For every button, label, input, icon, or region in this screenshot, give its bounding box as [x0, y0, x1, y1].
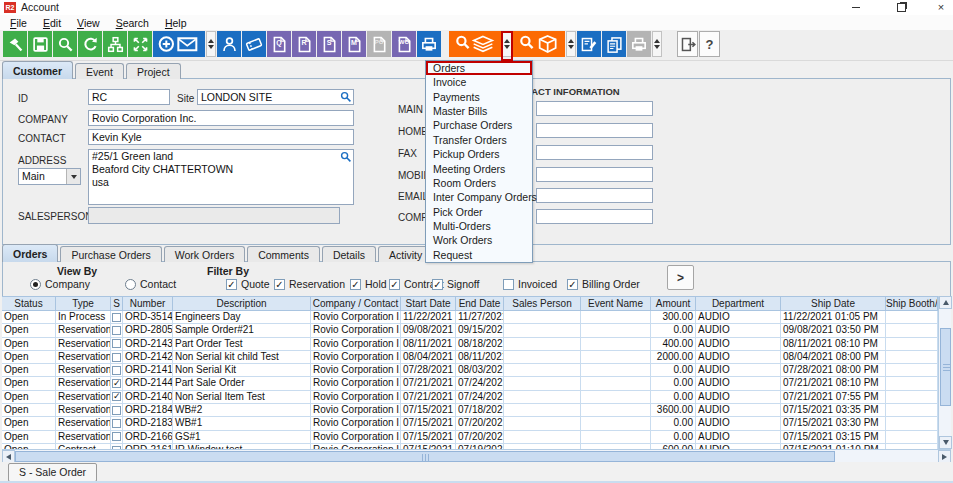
subtab-details[interactable]: Details [322, 246, 376, 262]
orders-menu-item-transfer-orders[interactable]: Transfer Orders [426, 133, 532, 147]
orders-menu-item-work-orders[interactable]: Work Orders [426, 233, 532, 247]
horizontal-scrollbar[interactable] [2, 449, 951, 462]
order-select-checkbox[interactable] [112, 339, 121, 348]
new-mail-split-button[interactable] [206, 31, 216, 57]
column-header-start-date[interactable]: Start Date [401, 297, 456, 311]
order-select-checkbox[interactable] [112, 419, 121, 428]
order-select-checkbox[interactable]: ✓ [112, 392, 121, 401]
orders-menu-item-orders[interactable]: Orders [426, 61, 532, 75]
address-type-combo[interactable]: Main [18, 168, 81, 185]
menu-file[interactable]: File [2, 17, 35, 29]
master-document-button[interactable]: M [342, 31, 366, 57]
order-row-ORD-2184[interactable]: OpenReservationORD-2184WB#2Rovio Corpora… [2, 404, 938, 417]
orders-menu-item-room-orders[interactable]: Room Orders [426, 176, 532, 190]
filter-checkbox-contract[interactable]: ✓ [389, 279, 400, 290]
search-products-button[interactable] [513, 31, 565, 57]
column-header-status[interactable]: Status [2, 297, 56, 311]
tab-event[interactable]: Event [75, 63, 124, 79]
refresh-button[interactable] [78, 31, 102, 57]
column-header-number[interactable]: Number [123, 297, 173, 311]
signoff-document-button[interactable]: S [317, 31, 341, 57]
print-button[interactable] [417, 31, 441, 57]
column-header-company-contact[interactable]: Company / Contact [311, 297, 401, 311]
minimize-button[interactable] [843, 0, 869, 15]
order-row-ORD-2144[interactable]: OpenReservation✓ORD-2144Part Sale OrderR… [2, 377, 938, 390]
order-row-ORD-2183[interactable]: OpenReservationORD-2183WB#1Rovio Corpora… [2, 417, 938, 430]
copy-button[interactable] [602, 31, 626, 57]
order-row-ORD-2143[interactable]: OpenReservationORD-2143Part Order TestRo… [2, 338, 938, 351]
site-search-icon[interactable] [340, 91, 352, 103]
address-field[interactable]: #25/1 Green landBeaford City CHATTERTOWN… [88, 149, 354, 205]
view-by-radio-contact[interactable] [125, 279, 136, 290]
ticket-button[interactable] [242, 31, 266, 57]
order-row-ORD-2142[interactable]: OpenReservationORD-2142Non Serial kit ch… [2, 351, 938, 364]
order-select-checkbox[interactable] [112, 353, 121, 362]
combo-arrow-button[interactable] [66, 169, 80, 184]
search-products-split-button[interactable] [566, 31, 576, 57]
order-select-checkbox[interactable] [112, 366, 121, 375]
maximize-button[interactable] [888, 0, 914, 15]
scroll-down-button[interactable] [939, 436, 952, 449]
subtab-work-orders[interactable]: Work Orders [164, 246, 245, 262]
filter-checkbox-quote[interactable]: ✓ [226, 279, 237, 290]
help-button[interactable]: ? [699, 31, 720, 57]
expand-button[interactable] [128, 31, 152, 57]
vertical-scroll-thumb[interactable] [940, 328, 951, 406]
scroll-up-button[interactable] [939, 296, 952, 309]
tab-customer[interactable]: Customer [2, 61, 73, 79]
orders-menu-item-request[interactable]: Request [426, 248, 532, 262]
filter-checkbox-signoff[interactable]: ✓ [432, 279, 443, 290]
column-header-ship-booth-roo[interactable]: Ship Booth/Roo [886, 297, 938, 311]
new-mail-button[interactable] [153, 31, 205, 57]
menu-search[interactable]: Search [108, 17, 157, 29]
contact-info-field-email[interactable] [536, 188, 653, 203]
org-hierarchy-button[interactable] [103, 31, 127, 57]
orders-menu-item-pickup-orders[interactable]: Pickup Orders [426, 147, 532, 161]
view-by-radio-company[interactable] [30, 279, 41, 290]
site-field[interactable] [197, 89, 354, 105]
vertical-scrollbar[interactable] [938, 296, 951, 449]
orders-menu-item-payments[interactable]: Payments [426, 90, 532, 104]
order-type-button[interactable]: S - Sale Order [8, 463, 97, 482]
column-header-ship-date[interactable]: Ship Date [781, 297, 886, 311]
column-header-type[interactable]: Type [56, 297, 111, 311]
column-header-sales-person[interactable]: Sales Person [504, 297, 581, 311]
close-button[interactable]: × [928, 0, 953, 15]
order-select-checkbox[interactable] [112, 313, 121, 322]
company-field[interactable] [88, 110, 354, 126]
column-header-event-name[interactable]: Event Name [581, 297, 651, 311]
id-field[interactable] [88, 89, 170, 105]
contact-info-field-fax[interactable] [536, 145, 653, 160]
column-header-end-date[interactable]: End Date [456, 297, 504, 311]
subtab-comments[interactable]: Comments [247, 246, 320, 262]
work-order-document-button[interactable]: WO [392, 31, 416, 57]
order-select-checkbox[interactable] [112, 432, 121, 441]
search-orders-button[interactable] [449, 31, 501, 57]
edit-order-button[interactable] [577, 31, 601, 57]
print-split-button[interactable] [652, 31, 662, 57]
quote-document-button[interactable]: Q [267, 31, 291, 57]
filter-checkbox-billing-order[interactable]: ✓ [567, 279, 578, 290]
subtab-purchase-orders[interactable]: Purchase Orders [60, 246, 161, 262]
contact-info-field-mobile[interactable] [536, 167, 653, 182]
order-select-checkbox[interactable]: ✓ [112, 379, 121, 388]
more-filters-button[interactable]: > [667, 265, 694, 290]
order-select-checkbox[interactable] [112, 406, 121, 415]
orders-menu-item-multi-orders[interactable]: Multi-Orders [426, 219, 532, 233]
column-header-department[interactable]: Department [696, 297, 781, 311]
column-header-amount[interactable]: Amount [651, 297, 696, 311]
column-header-s[interactable]: S [111, 297, 123, 311]
order-row-ORD-2141[interactable]: OpenReservationORD-2141Non Serial KitRov… [2, 364, 938, 377]
orders-menu-item-meeting-orders[interactable]: Meeting Orders [426, 162, 532, 176]
orders-menu-item-purchase-orders[interactable]: Purchase Orders [426, 118, 532, 132]
orders-menu-item-master-bills[interactable]: Master Bills [426, 104, 532, 118]
menu-view[interactable]: View [69, 17, 108, 29]
orders-menu-item-pick-order[interactable]: Pick Order [426, 205, 532, 219]
order-select-checkbox[interactable] [112, 326, 121, 335]
orders-menu-item-invoice[interactable]: Invoice [426, 75, 532, 89]
horizontal-scroll-thumb[interactable] [15, 451, 835, 462]
order-row-ORD-2140[interactable]: OpenReservation✓ORD-2140Non Serial Item … [2, 391, 938, 404]
filter-checkbox-invoiced[interactable] [503, 279, 514, 290]
reservation-document-button[interactable]: R [292, 31, 316, 57]
save-button[interactable] [28, 31, 52, 57]
